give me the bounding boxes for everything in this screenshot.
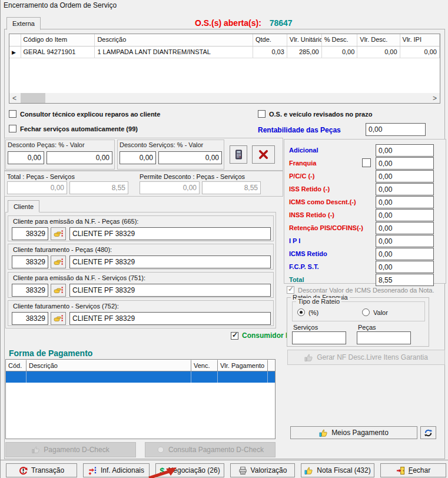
meios-pagamento-button[interactable]: Meios Pagamento (290, 426, 417, 439)
cliente-fat-pecas-code-input[interactable] (12, 255, 48, 268)
cliente-nf-servicos-code-input[interactable] (12, 284, 48, 297)
inf-adicionais-label: Inf. Adicionais (101, 466, 144, 474)
cliente-nf-pecas-label: Cliente para emissão da N.F. - Peças (66… (13, 218, 138, 225)
meios-pagamento-label: Meios Pagamento (331, 429, 389, 437)
col-qtde[interactable]: Qtde. (253, 34, 287, 46)
payment-grid: Cód. Descrição Venc. Vlr. Pagamento (5, 359, 276, 439)
ipi-input[interactable] (376, 235, 434, 247)
cliente-nf-servicos-lookup-button[interactable] (51, 284, 66, 297)
pay-col-descricao[interactable]: Descrição (26, 360, 191, 371)
lookup-hand-icon (54, 257, 63, 267)
scroll-right-button[interactable]: > (430, 93, 440, 103)
col-marker (9, 34, 21, 46)
tab-cliente[interactable]: Cliente (8, 200, 39, 213)
recalcular-button[interactable] (230, 145, 247, 164)
items-grid-row[interactable]: ▶ GERAL 94271901 1 LAMPADA LANT DIANTREM… (9, 47, 440, 58)
cliente-nf-pecas-name-field[interactable] (69, 227, 271, 240)
permite-servicos-field (202, 181, 261, 194)
cell-vlr-ipi: 0,00 (400, 47, 440, 58)
icms-desonerado-checkbox: ✓ (287, 286, 294, 294)
exit-door-icon (396, 466, 405, 475)
icms-descnt-input[interactable] (376, 196, 434, 208)
cliente-nf-servicos-label: Cliente para emissão da N.F. - Serviços … (13, 274, 145, 281)
fechar-auto-checkbox[interactable] (9, 125, 16, 132)
retencao-pis-cofins-input[interactable] (376, 222, 434, 234)
pcc-input[interactable] (376, 170, 434, 182)
cliente-nf-servicos-name-field[interactable] (69, 284, 271, 297)
desconto-pecas-pct-input[interactable] (8, 151, 44, 164)
totais-panel: Total : Peças - Serviços Permite Descont… (4, 171, 283, 197)
scroll-left-button[interactable]: < (9, 93, 19, 103)
tab-externa[interactable]: Externa (6, 17, 41, 30)
cliente-fat-servicos-name-field[interactable] (69, 312, 271, 325)
cliente-nf-pecas-lookup-button[interactable] (51, 227, 66, 240)
inss-retido-input[interactable] (376, 209, 434, 221)
thumbs-up-icon (319, 429, 328, 437)
option-fechar-auto: Fechar serviços automaticamente (99) (9, 125, 138, 132)
icms-retido-label: ICMS Retido (289, 250, 327, 257)
clear-x-icon (258, 149, 269, 160)
rateio-pecas-input[interactable] (357, 331, 411, 344)
revisados-checkbox[interactable] (258, 110, 266, 118)
rateio-servicos-label: Serviços (293, 324, 318, 331)
col-perc-desc[interactable]: % Desc. (322, 34, 358, 46)
fechar-button[interactable]: Fechar (380, 463, 446, 477)
fcp-st-input[interactable] (376, 261, 434, 273)
col-codigo-item[interactable]: Código do Item (21, 34, 95, 46)
rateio-servicos-input[interactable] (292, 331, 346, 344)
col-descricao[interactable]: Descrição (95, 34, 253, 46)
thumbs-up-icon (32, 446, 40, 454)
franquia-input[interactable] (376, 157, 434, 170)
franquia-checkbox[interactable] (362, 158, 371, 167)
total-input[interactable] (376, 274, 434, 286)
cliente-fat-pecas-lookup-button[interactable] (51, 255, 66, 268)
rateio-valor-radio[interactable] (362, 308, 370, 316)
icms-retido-input[interactable] (376, 248, 434, 260)
cell-vlr-desc: 0,00 (357, 47, 400, 58)
desconto-servicos-pct-input[interactable] (120, 151, 156, 164)
consumidor-final-checkbox[interactable]: ✓ (231, 332, 238, 340)
col-vlr-unitario[interactable]: Vlr. Unitário (287, 34, 322, 46)
scrollbar-thumb[interactable] (21, 93, 45, 103)
rentabilidade-input[interactable] (366, 123, 426, 136)
cliente-fat-pecas-name-field[interactable] (69, 255, 271, 268)
col-vlr-ipi[interactable]: Vlr. IPI (400, 34, 440, 46)
rateio-pct-radio[interactable] (297, 308, 305, 316)
items-grid-hscrollbar[interactable]: < > (9, 93, 440, 103)
payment-grid-header: Cód. Descrição Venc. Vlr. Pagamento (6, 360, 275, 371)
valorizacao-button[interactable]: Valorização (230, 463, 295, 477)
rateio-pct-option: (%) (297, 308, 318, 316)
iss-retido-input[interactable] (376, 183, 434, 195)
pay-col-venc[interactable]: Venc. (191, 360, 218, 371)
gerar-nf-garantia-label: Gerar NF Desc.Livre Itens Garantia (317, 353, 428, 361)
lookup-hand-icon (54, 314, 63, 323)
rateio-pecas-label: Peças (358, 324, 376, 331)
iss-retido-label: ISS Retido (-) (289, 185, 330, 192)
pcc-label: P/C/C (-) (289, 172, 314, 180)
transacao-button[interactable]: Transação (6, 463, 77, 477)
cliente-fat-servicos-code-input[interactable] (12, 312, 48, 325)
refresh-button[interactable] (420, 426, 436, 439)
negociacao-button[interactable]: $ Negociação (26) (155, 463, 224, 477)
desconto-pecas-valor-input[interactable] (47, 151, 112, 164)
payment-selected-row[interactable] (6, 371, 275, 383)
pay-col-cod[interactable]: Cód. (6, 360, 26, 371)
nota-fiscal-button[interactable]: Nota Fiscal (432) (301, 463, 374, 477)
os-banner: O.S.(s) aberta(s): 78647 (195, 18, 293, 28)
service-order-close-window: Encerramento da Ordem de Serviço Externa… (0, 0, 448, 478)
adicional-input[interactable] (376, 144, 434, 157)
os-open-label: O.S.(s) aberta(s): (195, 18, 261, 28)
pay-col-vlr-pagamento[interactable]: Vlr. Pagamento (218, 360, 268, 371)
scrollbar-track[interactable] (19, 93, 430, 103)
rateio-group: Rateio da Franquia Tipo de Rateio (%) Va… (287, 297, 429, 347)
cliente-fat-servicos-lookup-button[interactable] (51, 312, 66, 325)
desconto-servicos-group: Desconto Serviços: % - Valor (117, 140, 224, 170)
inf-adicionais-button[interactable]: Inf. Adicionais (83, 463, 150, 477)
desconto-servicos-valor-input[interactable] (158, 151, 222, 164)
limpar-descontos-button[interactable] (252, 145, 275, 164)
cliente-nf-pecas-code-input[interactable] (12, 227, 48, 240)
col-vlr-desc[interactable]: Vlr. Desc. (357, 34, 400, 46)
cliente-nf-pecas-group: Cliente para emissão da N.F. - Peças (66… (8, 215, 274, 241)
total-pecas-servicos-label: Total : Peças - Serviços (7, 173, 75, 180)
consultor-checkbox[interactable] (9, 110, 16, 118)
